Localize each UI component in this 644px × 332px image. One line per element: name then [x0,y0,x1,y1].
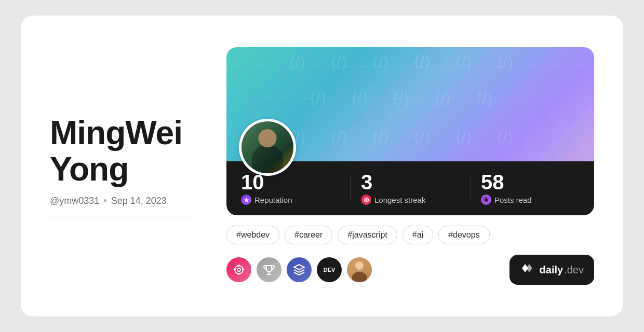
posts-value: 58 [481,172,580,192]
join-date: Sep 14, 2023 [111,196,167,206]
daily-dev-logo: daily .dev [509,255,594,285]
watermark-8: ⟨/⟩ [351,89,368,108]
tag-devops[interactable]: #devops [438,226,490,244]
stat-divider-1 [350,175,351,201]
stat-streak: 3 Longest streak [361,172,460,205]
streak-value: 3 [361,172,460,192]
svg-point-2 [484,198,488,202]
watermark-16: ⟨/⟩ [455,128,472,147]
daily-text: daily [540,264,564,276]
svg-marker-9 [294,265,304,270]
tag-career[interactable]: #career [285,226,332,244]
meta-separator: • [103,196,106,206]
user-handle: @ymw0331 [50,196,99,206]
tag-javascript[interactable]: #javascript [338,226,397,244]
badge-dev-icon[interactable]: DEV [317,257,342,282]
svg-point-3 [235,266,243,274]
reputation-label-row: Reputation [241,195,340,205]
watermark-15: ⟨/⟩ [413,128,431,147]
svg-point-1 [365,199,367,201]
profile-visual-card: ⟨/⟩ ⟨/⟩ ⟨/⟩ ⟨/⟩ ⟨/⟩ ⟨/⟩ ⟨/⟩ ⟨/⟩ ⟨/⟩ ⟨/⟩ … [226,47,594,215]
profile-card-container: MingWei Yong @ymw0331 • Sep 14, 2023 ⟨/⟩… [21,16,623,316]
watermark-13: ⟨/⟩ [330,128,347,147]
posts-label-row: Posts read [481,195,580,205]
watermark-10: ⟨/⟩ [434,89,451,108]
watermark-17: ⟨/⟩ [497,128,514,147]
streak-label-row: Longest streak [361,195,460,205]
watermark-9: ⟨/⟩ [393,89,410,108]
svg-point-8 [237,268,240,271]
badge-trophy-icon[interactable] [257,257,281,282]
watermark-5: ⟨/⟩ [455,52,472,72]
watermark-3: ⟨/⟩ [372,52,389,72]
watermark-1: ⟨/⟩ [289,52,306,72]
watermark-6: ⟨/⟩ [497,52,514,72]
user-meta: @ymw0331 • Sep 14, 2023 [50,196,195,206]
tag-ai[interactable]: #ai [403,226,433,244]
badges-branding-row: DEV daily .dev [226,255,594,285]
tags-row: #webdev #career #javascript #ai #devops [226,226,594,244]
reputation-icon [241,195,251,205]
watermark-11: ⟨/⟩ [476,89,493,108]
streak-label-text: Longest streak [374,196,425,204]
posts-label-text: Posts read [494,196,532,204]
stat-divider-2 [470,175,471,201]
posts-icon [481,195,491,205]
daily-dev-text: daily .dev [540,264,584,276]
stat-reputation: 10 Reputation [241,172,340,205]
reputation-value: 10 [241,172,340,192]
streak-icon [361,195,371,205]
avatar [242,121,293,173]
daily-dev-symbol [520,261,534,279]
badge-icons: DEV [226,257,372,282]
tag-webdev[interactable]: #webdev [226,226,279,244]
divider [50,217,195,217]
reputation-label-text: Reputation [254,196,292,204]
watermark-4: ⟨/⟩ [413,52,431,72]
dev-text: .dev [564,264,584,276]
watermark-2: ⟨/⟩ [330,52,347,72]
profile-header-bg: ⟨/⟩ ⟨/⟩ ⟨/⟩ ⟨/⟩ ⟨/⟩ ⟨/⟩ ⟨/⟩ ⟨/⟩ ⟨/⟩ ⟨/⟩ … [226,47,594,161]
watermark-14: ⟨/⟩ [372,128,389,147]
badge-avatar-icon[interactable] [347,257,372,282]
stat-posts: 58 Posts read [481,172,580,205]
right-section: ⟨/⟩ ⟨/⟩ ⟨/⟩ ⟨/⟩ ⟨/⟩ ⟨/⟩ ⟨/⟩ ⟨/⟩ ⟨/⟩ ⟨/⟩ … [226,47,594,285]
badge-layers-icon[interactable] [287,257,312,282]
user-name: MingWei Yong [50,115,195,188]
watermark-7: ⟨/⟩ [310,89,327,108]
badge-crosshair-icon[interactable] [226,257,251,282]
avatar-wrapper [239,119,296,176]
left-section: MingWei Yong @ymw0331 • Sep 14, 2023 [50,115,195,218]
